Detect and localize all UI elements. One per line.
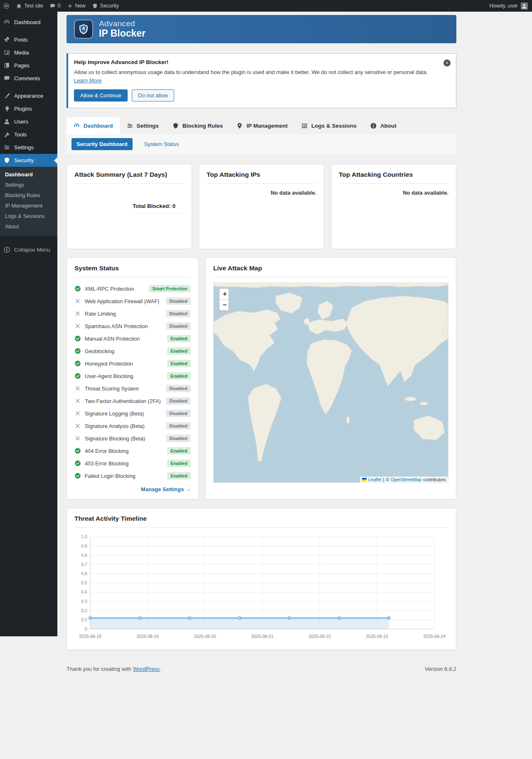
sidebar-subitem-logs-sessions[interactable]: Logs & Sessions — [0, 211, 57, 221]
status-row: Threat Scoring SystemDisabled — [74, 382, 191, 395]
subtab-system-status[interactable]: System Status — [139, 138, 184, 150]
status-row: Honeypot ProtectionEnabled — [74, 357, 191, 370]
admin-sidebar: DashboardPostsMediaPagesCommentsAppearan… — [0, 12, 57, 636]
check-circle-icon — [74, 285, 81, 292]
status-badge: Disabled — [166, 385, 191, 392]
check-circle-icon — [74, 460, 81, 467]
sidebar-item-label: Pages — [14, 62, 30, 69]
footer-period: . — [160, 666, 162, 672]
status-label: 403 Error Blocking — [85, 460, 163, 467]
footer-thanks: Thank you for creating withWordPress. — [66, 666, 162, 672]
manage-settings-link[interactable]: Manage Settings → — [74, 486, 191, 492]
status-label: Threat Scoring System — [85, 386, 162, 392]
new-label: New — [75, 3, 86, 9]
openstreetmap-link[interactable]: OpenStreetMap — [391, 477, 421, 482]
plugin-icon — [3, 105, 10, 112]
sidebar-item-dashboard[interactable]: Dashboard — [0, 16, 57, 29]
x-icon — [74, 310, 81, 317]
tab-label: Settings — [137, 123, 159, 129]
status-badge: Disabled — [166, 397, 191, 405]
collapse-menu-label: Collapse Menu — [14, 247, 50, 253]
sidebar-item-appearance[interactable]: Appearance — [0, 89, 57, 102]
home-icon — [16, 3, 22, 9]
users-icon — [3, 118, 10, 125]
do-not-allow-button[interactable]: Do not allow — [132, 89, 174, 101]
status-label: User-Agent Blocking — [85, 373, 163, 379]
tab-settings[interactable]: Settings — [120, 117, 165, 134]
tab-about[interactable]: About — [363, 117, 403, 134]
new-content-menu[interactable]: New — [67, 3, 86, 9]
zoom-in-button[interactable]: + — [219, 289, 229, 299]
sidebar-subitem-blocking-rules[interactable]: Blocking Rules — [0, 190, 57, 200]
security-shortcut[interactable]: Security — [92, 3, 119, 9]
sidebar-item-security[interactable]: Security — [0, 154, 57, 167]
check-circle-icon — [74, 348, 81, 354]
sidebar-item-label: Media — [14, 49, 29, 56]
leaflet-link[interactable]: Leaflet — [368, 477, 382, 482]
notice-body-text: Allow us to collect anonymous usage data… — [74, 69, 428, 75]
sidebar-item-users[interactable]: Users — [0, 115, 57, 128]
comments-shortcut[interactable]: 0 — [49, 3, 61, 9]
threat-activity-timeline-card: Threat Activity Timeline 00.10.20.30.40.… — [66, 508, 456, 650]
main-content: A Advanced IP Blocker Help Improve Advan… — [57, 12, 532, 692]
sidebar-item-tools[interactable]: Tools — [0, 128, 57, 141]
svg-text:0.9: 0.9 — [81, 544, 87, 549]
attack-map[interactable]: + − Leaflet | © OpenStreetMap contributo… — [213, 282, 448, 483]
sidebar-subitem-dashboard[interactable]: Dashboard — [0, 169, 57, 180]
sidebar-item-comments[interactable]: Comments — [0, 72, 57, 85]
sidebar-subitem-ip-management[interactable]: IP Management — [0, 200, 57, 211]
system-status-title: System Status — [74, 265, 191, 277]
sidebar-subitem-settings[interactable]: Settings — [0, 180, 57, 190]
svg-text:2025-08-23: 2025-08-23 — [366, 634, 388, 639]
wordpress-link[interactable]: WordPress — [133, 666, 160, 672]
subtab-security-dashboard[interactable]: Security Dashboard — [71, 138, 133, 150]
zoom-out-button[interactable]: − — [219, 299, 229, 310]
sidebar-item-settings[interactable]: Settings — [0, 141, 57, 154]
sidebar-item-label: Tools — [14, 131, 27, 138]
collapse-menu-button[interactable]: Collapse Menu — [0, 243, 57, 256]
ukraine-flag-icon — [362, 478, 367, 481]
status-label: Signature Logging (Beta) — [85, 410, 162, 417]
sidebar-item-posts[interactable]: Posts — [0, 33, 57, 46]
top-attacking-countries-title: Top Attacking Countries — [339, 171, 448, 184]
tab-blocking-rules[interactable]: Blocking Rules — [165, 117, 230, 134]
status-badge: Enabled — [167, 447, 191, 455]
account-menu[interactable]: Howdy, user — [489, 2, 528, 10]
status-badge: Enabled — [167, 460, 191, 467]
sidebar-item-media[interactable]: Media — [0, 46, 57, 59]
wordpress-menu[interactable]: W — [3, 3, 10, 9]
learn-more-link[interactable]: Learn More — [74, 77, 101, 84]
status-label: Signature Blocking (Beta) — [85, 435, 162, 442]
dismiss-notice-icon[interactable]: × — [443, 59, 451, 67]
tab-logs-sessions[interactable]: Logs & Sessions — [294, 117, 363, 134]
site-name-link[interactable]: Test site — [16, 3, 43, 9]
logs-icon — [301, 122, 308, 129]
status-row: Signature Logging (Beta)Disabled — [74, 407, 191, 420]
tab-label: Blocking Rules — [182, 123, 223, 129]
tab-dashboard[interactable]: Dashboard — [66, 117, 120, 134]
sliders-icon — [3, 144, 10, 151]
svg-text:0.5: 0.5 — [81, 581, 87, 585]
svg-text:2025-08-18: 2025-08-18 — [79, 634, 101, 639]
admin-menu: DashboardPostsMediaPagesCommentsAppearan… — [0, 16, 57, 236]
top-attacking-ips-card: Top Attacking IPs No data available. — [199, 164, 324, 249]
tab-ip-management[interactable]: IP Management — [229, 117, 294, 134]
svg-text:2025-08-22: 2025-08-22 — [308, 634, 331, 639]
sidebar-item-pages[interactable]: Pages — [0, 59, 57, 72]
howdy-text: Howdy, user — [489, 3, 518, 9]
sidebar-item-label: Posts — [14, 37, 28, 43]
allow-continue-button[interactable]: Allow & Continue — [74, 89, 128, 101]
media-icon — [3, 49, 10, 56]
notice-body: Allow us to collect anonymous usage data… — [74, 68, 438, 84]
svg-text:2025-08-20: 2025-08-20 — [194, 634, 216, 639]
sidebar-subitem-about[interactable]: About — [0, 221, 57, 232]
attribution-separator: | — [383, 477, 384, 482]
sidebar-item-label: Security — [14, 157, 34, 163]
status-row: User-Agent BlockingEnabled — [74, 370, 191, 382]
sidebar-item-plugins[interactable]: Plugins — [0, 102, 57, 115]
status-label: Two-Factor Authentication (2FA) — [85, 398, 162, 404]
status-row: Two-Factor Authentication (2FA)Disabled — [74, 395, 191, 407]
top-attacking-countries-card: Top Attacking Countries No data availabl… — [331, 164, 456, 249]
status-badge: Enabled — [167, 472, 191, 480]
security-label: Security — [100, 3, 119, 9]
